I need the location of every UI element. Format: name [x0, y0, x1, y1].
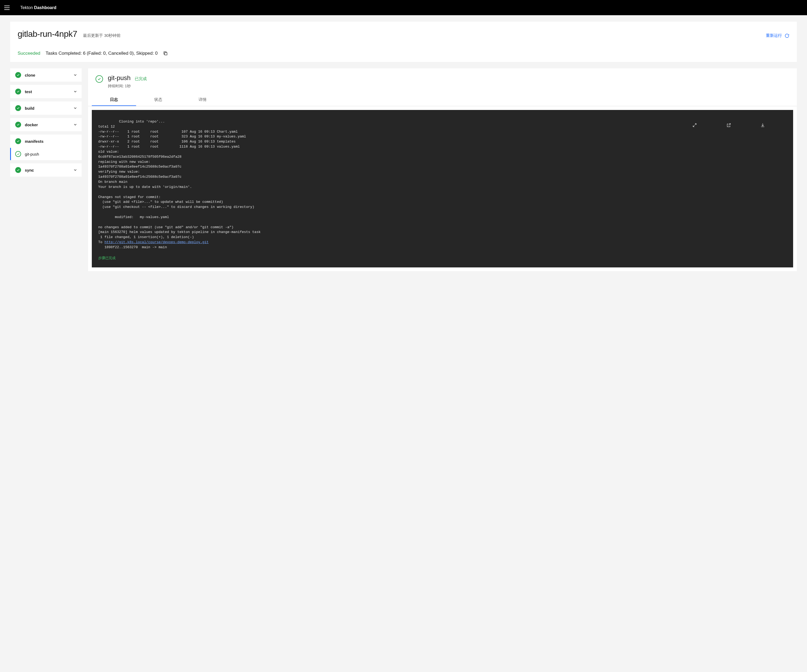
step-title: git-push — [108, 74, 131, 82]
sidebar-task-manifests-group: manifests git-push — [10, 134, 81, 160]
run-status: Succeeded — [18, 51, 40, 56]
open-external-icon[interactable] — [726, 113, 756, 138]
step-tabs: 日志 状态 详情 — [88, 94, 797, 106]
brand-light: Tekton — [20, 5, 34, 10]
brand-bold: Dashboard — [34, 5, 56, 10]
success-icon — [15, 72, 21, 78]
sidebar-task-sync[interactable]: sync — [10, 163, 81, 177]
sidebar-task-clone[interactable]: clone — [10, 68, 81, 82]
svg-rect-0 — [164, 53, 167, 55]
rerun-label: 重新运行 — [766, 33, 782, 38]
success-icon — [15, 167, 21, 173]
top-bar: Tekton Dashboard — [0, 0, 807, 15]
sidebar-task-test[interactable]: test — [10, 85, 81, 98]
success-icon — [15, 89, 21, 95]
download-icon[interactable] — [760, 113, 789, 138]
chevron-down-icon — [73, 73, 77, 77]
task-label: sync — [25, 168, 73, 173]
chevron-down-icon — [73, 168, 77, 172]
task-label: test — [25, 90, 73, 94]
run-header: gitlab-run-4npk7 最后更新于 30秒钟前 重新运行 Succee… — [10, 22, 797, 62]
task-label: clone — [25, 73, 73, 77]
sidebar-task-manifests[interactable]: manifests — [10, 134, 81, 148]
task-label: manifests — [25, 139, 77, 144]
expand-icon[interactable] — [692, 113, 721, 138]
rerun-button[interactable]: 重新运行 — [766, 33, 789, 38]
step-header: git-push 已完成 持续时间: 1秒 — [88, 68, 797, 89]
menu-icon[interactable] — [4, 5, 11, 11]
step-panel: git-push 已完成 持续时间: 1秒 日志 状态 详情 — [88, 68, 797, 271]
step-duration: 持续时间: 1秒 — [108, 84, 789, 89]
restart-icon — [785, 33, 789, 38]
run-status-detail: Tasks Completed: 6 (Failed: 0, Cancelled… — [46, 51, 158, 56]
chevron-down-icon — [73, 90, 77, 94]
chevron-down-icon — [73, 106, 77, 110]
success-outline-icon — [96, 75, 103, 83]
tab-log[interactable]: 日志 — [92, 94, 136, 106]
success-icon — [15, 138, 21, 144]
copy-icon[interactable] — [163, 51, 168, 56]
success-icon — [15, 122, 21, 128]
log-post: 1898f22..1563270 main -> main — [98, 245, 167, 249]
task-label: build — [25, 106, 73, 111]
success-icon — [15, 105, 21, 111]
task-label: docker — [25, 123, 73, 127]
tab-status[interactable]: 状态 — [136, 94, 180, 106]
step-status: 已完成 — [135, 76, 147, 81]
sidebar-task-docker[interactable]: docker — [10, 118, 81, 131]
sidebar-step-git-push[interactable]: git-push — [10, 148, 81, 160]
last-updated: 最后更新于 30秒钟前 — [83, 33, 121, 38]
chevron-down-icon — [73, 123, 77, 127]
log-link[interactable]: http://git.k8s.local/course/devops-demo-… — [105, 240, 208, 244]
step-label: git-push — [25, 152, 39, 156]
run-title: gitlab-run-4npk7 — [18, 29, 77, 39]
log-footer: 步骤已完成 — [98, 256, 787, 261]
sidebar-task-build[interactable]: build — [10, 101, 81, 115]
log-pre: Cloning into 'repo'... total 12 -rw-r--r… — [98, 119, 261, 244]
brand: Tekton Dashboard — [20, 5, 56, 10]
log-output[interactable]: Cloning into 'repo'... total 12 -rw-r--r… — [92, 110, 793, 267]
task-sidebar: clone test build — [10, 68, 81, 177]
tab-details[interactable]: 详情 — [180, 94, 225, 106]
success-outline-icon — [15, 151, 21, 157]
log-toolbar — [692, 113, 789, 138]
